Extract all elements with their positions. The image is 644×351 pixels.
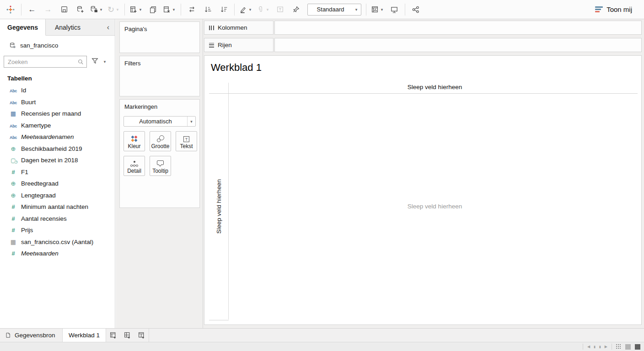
share-icon[interactable]	[410, 3, 422, 16]
field-item[interactable]: F1	[0, 166, 115, 178]
new-worksheet-icon[interactable]: ▾	[129, 3, 143, 16]
tab-scroll-left-icon[interactable]: ◀	[587, 345, 590, 349]
tab-gegevens[interactable]: Gegevens	[0, 19, 46, 36]
show-me-icon	[595, 6, 603, 13]
field-item[interactable]: Aantal recensies	[0, 213, 115, 225]
collapse-pane-icon[interactable]: ‹	[102, 19, 115, 35]
new-worksheet-tab-icon[interactable]	[106, 329, 120, 342]
field-item[interactable]: Meetwaardenamen	[0, 131, 115, 143]
field-label: Lengtegraad	[21, 192, 56, 199]
tab-datasource[interactable]: Gegevensbron	[0, 329, 63, 342]
tab-scroll-bar-icon[interactable]: ▮	[594, 345, 596, 349]
field-item[interactable]: Lengtegraad	[0, 190, 115, 202]
slideshow-view-icon[interactable]	[635, 344, 640, 350]
field-item[interactable]: Dagen bezet in 2018	[0, 154, 115, 166]
status-divider	[612, 344, 612, 350]
datasource-item[interactable]: san_francisco	[0, 36, 115, 49]
sheet-area: Kolommen Rijen Werkblad 1 Sleep veld hie…	[203, 19, 644, 328]
filters-card[interactable]: Filters	[119, 56, 200, 96]
refresh-icon: ↻ ▾	[107, 3, 120, 16]
database-icon	[9, 42, 16, 49]
new-dashboard-tab-icon[interactable]	[120, 329, 134, 342]
columns-shelf-row: Kolommen	[204, 21, 642, 35]
fix-axes-icon[interactable]	[290, 3, 302, 16]
search-box	[4, 56, 87, 68]
undo-icon[interactable]: ←	[26, 3, 38, 16]
show-me-button[interactable]: Toon mij	[595, 5, 639, 13]
sort-descending-icon[interactable]	[218, 3, 230, 16]
new-worksheet-caret-icon[interactable]: ▾	[138, 7, 143, 12]
field-item[interactable]: Prijs	[0, 224, 115, 236]
field-type-icon	[7, 250, 19, 256]
tooltip-button[interactable]: Tooltip	[150, 156, 171, 176]
presentation-mode-icon[interactable]	[388, 3, 400, 16]
tab-bar-divider	[149, 329, 149, 342]
new-data-source-icon[interactable]	[74, 3, 86, 16]
field-type-icon	[7, 157, 19, 163]
field-item[interactable]: Breedtegraad	[0, 178, 115, 190]
tableau-logo-icon[interactable]	[5, 3, 16, 16]
new-story-tab-icon[interactable]	[134, 329, 149, 342]
duplicate-icon[interactable]	[147, 3, 159, 16]
field-item[interactable]: san_francisco.csv (Aantal)	[0, 236, 115, 248]
highlight-caret-icon[interactable]: ▾	[248, 7, 252, 12]
field-label: Aantal recensies	[21, 215, 67, 222]
filmstrip-view-icon[interactable]	[625, 344, 631, 350]
drop-zone-canvas[interactable]: Sleep veld hierheen	[228, 203, 641, 210]
rows-shelf[interactable]	[274, 38, 642, 52]
redo-icon: →	[42, 3, 54, 16]
show-hide-cards-icon[interactable]: ▾	[371, 3, 384, 16]
tab-scroll-bar-icon[interactable]: ▮	[599, 345, 601, 349]
highlight-icon[interactable]: ▾	[239, 3, 252, 16]
show-hide-cards-caret-icon[interactable]: ▾	[380, 7, 384, 12]
tab-werkblad-1[interactable]: Werkblad 1	[63, 329, 106, 342]
rows-shelf-row: Rijen	[204, 38, 642, 52]
status-bar: ◀ ▮ ▮ ▶	[0, 342, 644, 351]
drop-zone-rows[interactable]: Sleep veld hierheen	[209, 94, 229, 319]
columns-shelf[interactable]	[274, 21, 642, 35]
pages-card[interactable]: Pagina's	[119, 21, 200, 53]
show-tabs-grid-icon[interactable]	[616, 344, 621, 349]
cards-panel: Pagina's Filters Markeringen Automatisch…	[116, 19, 203, 328]
search-input[interactable]	[4, 58, 100, 65]
mark-type-dropdown[interactable]: Automatisch ▾	[123, 116, 196, 127]
field-item[interactable]: Beschikbaarheid 2019	[0, 143, 115, 155]
datasource-name: san_francisco	[20, 42, 58, 49]
field-type-icon	[7, 239, 19, 245]
field-item[interactable]: Meetwaarden	[0, 248, 115, 260]
field-type-icon	[7, 122, 19, 128]
worksheet-title[interactable]: Werkblad 1	[204, 56, 641, 74]
detail-button[interactable]: Detail	[123, 156, 145, 176]
swap-rows-columns-icon[interactable]	[186, 3, 198, 16]
marks-card: Markeringen Automatisch ▾ Kleur Grootte …	[119, 99, 200, 208]
pause-auto-updates-caret-icon[interactable]: ▾	[99, 7, 103, 12]
field-item[interactable]: Minimum aantal nachten	[0, 201, 115, 213]
marks-card-title: Markeringen	[120, 100, 199, 110]
save-icon[interactable]	[58, 3, 70, 16]
toolbar-divider	[181, 4, 181, 16]
group-members-icon: ▾	[257, 3, 270, 16]
field-item[interactable]: Id	[0, 85, 115, 96]
field-item[interactable]: Recensies per maand	[0, 108, 115, 120]
tab-analytics[interactable]: Analytics	[46, 19, 90, 35]
text-button[interactable]: Tekst	[176, 131, 197, 151]
view-options-caret-icon[interactable]: ▾	[102, 59, 107, 64]
pause-auto-updates-icon[interactable]: ▾	[90, 3, 103, 16]
field-list: Id Buurt Recensies per maand Kamertype	[0, 85, 115, 260]
field-item[interactable]: Kamertype	[0, 120, 115, 132]
mark-type-value: Automatisch	[124, 118, 187, 125]
field-label: Buurt	[21, 99, 36, 106]
field-item[interactable]: Buurt	[0, 96, 115, 108]
clear-sheet-caret-icon[interactable]: ▾	[172, 7, 176, 12]
size-button[interactable]: Grootte	[150, 131, 171, 151]
field-type-icon	[7, 111, 19, 117]
header-divider	[209, 93, 638, 94]
drop-zone-columns[interactable]: Sleep veld hierheen	[228, 84, 641, 90]
fit-dropdown[interactable]: Standaard ▾	[307, 4, 361, 16]
tableau-window: ← → ▾ ↻ ▾	[0, 0, 644, 351]
tab-scroll-right-icon[interactable]: ▶	[605, 345, 607, 349]
color-button[interactable]: Kleur	[123, 131, 145, 151]
sort-ascending-icon[interactable]	[202, 3, 214, 16]
clear-sheet-icon[interactable]: ▾	[163, 3, 176, 16]
worksheet-canvas[interactable]: Werkblad 1 Sleep veld hierheen Sleep vel…	[204, 55, 642, 325]
